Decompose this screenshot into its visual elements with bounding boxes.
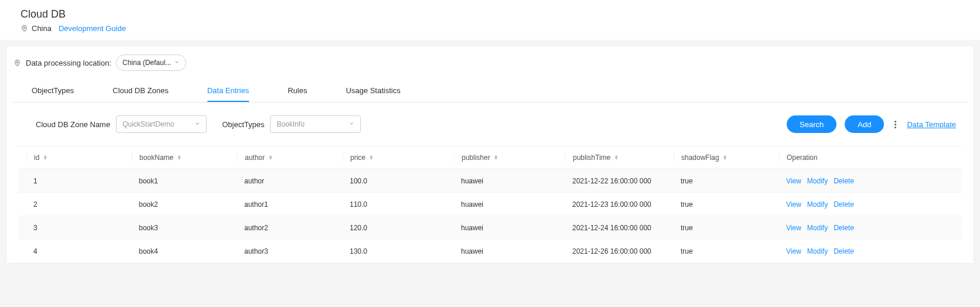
- cell-id: 2: [26, 200, 132, 209]
- col-header-bookname[interactable]: bookName▲▼: [132, 154, 237, 162]
- cell-id: 4: [26, 247, 132, 255]
- cell-price: 120.0: [343, 224, 454, 232]
- view-link[interactable]: View: [786, 247, 801, 255]
- cell-id: 1: [26, 177, 132, 185]
- data-processing-row: Data processing location: China (Defaul.…: [6, 46, 974, 76]
- cell-author: author1: [237, 200, 343, 209]
- cell-publisher: huawei: [454, 224, 565, 232]
- cell-bookname: book3: [132, 224, 237, 232]
- svg-point-0: [23, 27, 25, 29]
- sort-icon: ▲▼: [43, 155, 47, 160]
- filters-row: Cloud DB Zone Name QuickStartDemo Object…: [6, 103, 974, 146]
- tab-rules[interactable]: Rules: [288, 80, 307, 102]
- page-header: Cloud DB China Development Guide: [0, 0, 980, 40]
- processing-location-select[interactable]: China (Defaul...: [116, 54, 186, 71]
- data-table: id▲▼ bookName▲▼ author▲▼ price▲▼ publish…: [18, 146, 962, 263]
- cell-operation: ViewModifyDelete: [779, 247, 954, 255]
- col-header-author[interactable]: author▲▼: [237, 154, 343, 162]
- objecttype-selected: BookInfo: [276, 120, 304, 128]
- cell-author: author: [237, 177, 343, 185]
- table-row: 4book4author3130.0huawei2021-12-26 16:00…: [18, 240, 962, 263]
- search-button[interactable]: Search: [787, 115, 836, 133]
- location-pin-icon: [21, 25, 28, 32]
- table-body: 1book1author100.0huawei2021-12-22 16:00:…: [18, 169, 962, 263]
- cell-price: 110.0: [343, 200, 454, 209]
- table-row: 1book1author100.0huawei2021-12-22 16:00:…: [18, 169, 962, 193]
- processing-selected: China (Defaul...: [122, 59, 171, 67]
- cell-publisher: huawei: [454, 247, 565, 255]
- cell-bookname: book2: [132, 200, 237, 209]
- cell-publishtime: 2021-12-22 16:00:00 000: [565, 177, 674, 185]
- chevron-down-icon: [194, 120, 200, 128]
- development-guide-link[interactable]: Development Guide: [59, 24, 126, 33]
- objecttypes-select[interactable]: BookInfo: [270, 115, 361, 133]
- location-pin-icon: [13, 59, 21, 67]
- tab-cloud-db-zones[interactable]: Cloud DB Zones: [112, 80, 168, 102]
- cell-publisher: huawei: [454, 200, 565, 209]
- tab-data-entries[interactable]: Data Entries: [207, 80, 250, 102]
- table-header-row: id▲▼ bookName▲▼ author▲▼ price▲▼ publish…: [18, 146, 962, 169]
- col-header-publishtime[interactable]: publishTime▲▼: [565, 154, 674, 162]
- sort-icon: ▲▼: [268, 155, 273, 160]
- add-button[interactable]: Add: [845, 115, 884, 133]
- cell-shadowflag: true: [674, 224, 779, 232]
- processing-label: Data processing location:: [26, 59, 111, 67]
- cell-operation: ViewModifyDelete: [779, 200, 954, 209]
- zone-selected: QuickStartDemo: [122, 120, 174, 128]
- cell-id: 3: [26, 224, 132, 232]
- sort-icon: ▲▼: [723, 155, 728, 160]
- zone-name-label: Cloud DB Zone Name: [36, 120, 110, 129]
- view-link[interactable]: View: [786, 177, 801, 185]
- col-header-publisher[interactable]: publisher▲▼: [454, 154, 565, 162]
- cell-shadowflag: true: [674, 247, 779, 255]
- modify-link[interactable]: Modify: [807, 200, 828, 209]
- sort-icon: ▲▼: [369, 155, 374, 160]
- cell-author: author2: [237, 224, 343, 232]
- cell-bookname: book4: [132, 247, 237, 255]
- tab-objecttypes[interactable]: ObjectTypes: [32, 80, 74, 102]
- cell-operation: ViewModifyDelete: [779, 177, 954, 185]
- modify-link[interactable]: Modify: [807, 177, 828, 185]
- sort-icon: ▲▼: [177, 155, 182, 160]
- cell-price: 100.0: [343, 177, 454, 185]
- more-menu-icon[interactable]: [892, 121, 899, 128]
- svg-point-1: [16, 62, 18, 63]
- location-row: China Development Guide: [21, 24, 959, 33]
- view-link[interactable]: View: [786, 200, 801, 209]
- table-row: 3book3author2120.0huawei2021-12-24 16:00…: [18, 216, 962, 240]
- cell-shadowflag: true: [674, 200, 779, 209]
- cell-author: author3: [237, 247, 343, 255]
- chevron-down-icon: [349, 120, 354, 128]
- objecttypes-label: ObjectTypes: [222, 120, 264, 129]
- main-card: Data processing location: China (Defaul.…: [6, 46, 974, 264]
- delete-link[interactable]: Delete: [834, 247, 854, 255]
- cell-price: 130.0: [343, 247, 454, 255]
- modify-link[interactable]: Modify: [807, 247, 828, 255]
- data-template-link[interactable]: Data Template: [907, 120, 956, 129]
- zone-name-select[interactable]: QuickStartDemo: [116, 115, 207, 133]
- page-title: Cloud DB: [21, 8, 959, 21]
- delete-link[interactable]: Delete: [834, 224, 854, 232]
- col-header-shadowflag[interactable]: shadowFlag▲▼: [674, 154, 779, 162]
- col-header-id[interactable]: id▲▼: [26, 154, 132, 162]
- col-header-operation: Operation: [779, 154, 954, 162]
- cell-bookname: book1: [132, 177, 237, 185]
- col-header-price[interactable]: price▲▼: [343, 154, 454, 162]
- tab-usage-statistics[interactable]: Usage Statistics: [346, 80, 400, 102]
- cell-shadowflag: true: [674, 177, 779, 185]
- view-link[interactable]: View: [786, 224, 801, 232]
- tabs: ObjectTypes Cloud DB Zones Data Entries …: [12, 80, 968, 103]
- cell-publisher: huawei: [454, 177, 565, 185]
- delete-link[interactable]: Delete: [834, 200, 854, 209]
- delete-link[interactable]: Delete: [834, 177, 854, 185]
- cell-publishtime: 2021-12-26 16:00:00 000: [565, 247, 674, 255]
- country-label: China: [32, 24, 52, 33]
- sort-icon: ▲▼: [614, 155, 619, 160]
- sort-icon: ▲▼: [494, 155, 498, 160]
- chevron-down-icon: [174, 59, 180, 67]
- cell-publishtime: 2021-12-24 16:00:00 000: [565, 224, 674, 232]
- cell-publishtime: 2021-12-23 16:00:00 000: [565, 200, 674, 209]
- table-row: 2book2author1110.0huawei2021-12-23 16:00…: [18, 193, 962, 216]
- modify-link[interactable]: Modify: [807, 224, 828, 232]
- cell-operation: ViewModifyDelete: [779, 224, 954, 232]
